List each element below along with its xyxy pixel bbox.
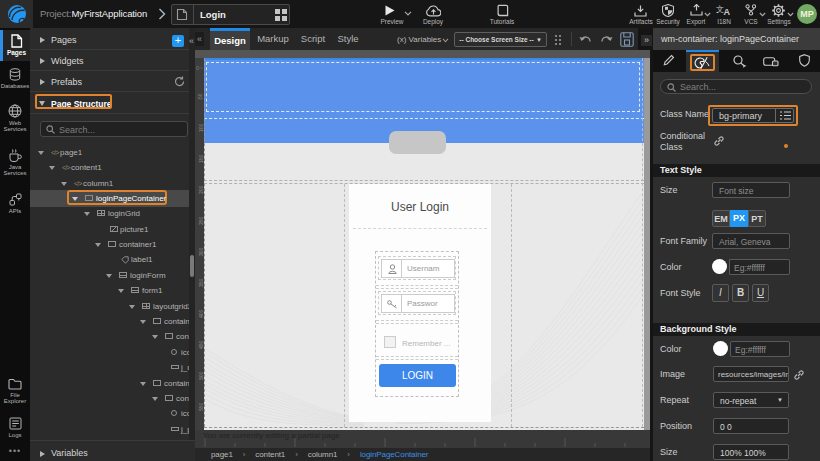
svg-text:50: 50 [197,93,203,99]
svg-text:A: A [724,7,731,16]
svg-text:0: 0 [196,65,199,71]
